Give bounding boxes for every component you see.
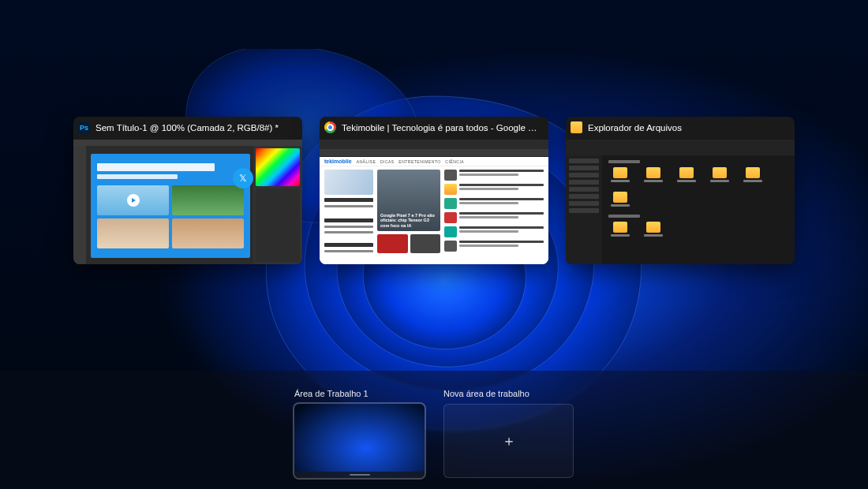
new-desktop-button[interactable]: ＋: [443, 404, 574, 478]
task-view-windows-row: Ps Sem Título-1 @ 100% (Camada 2, RGB/8#…: [0, 117, 868, 264]
window-card-photoshop[interactable]: Ps Sem Título-1 @ 100% (Camada 2, RGB/8#…: [73, 117, 302, 264]
hero-caption: Google Pixel 7 e 7 Pro são oficiais: chi…: [380, 213, 437, 228]
window-thumbnail: 𝕏: [73, 140, 302, 264]
window-titlebar: Explorador de Arquivos: [566, 117, 795, 140]
window-title-label: Sem Título-1 @ 100% (Camada 2, RGB/8#) *: [95, 123, 279, 133]
window-thumbnail: [566, 140, 795, 264]
site-logo: tekimobile: [324, 159, 352, 164]
plus-icon: ＋: [502, 431, 516, 450]
desktop-label: Área de Trabalho 1: [294, 389, 425, 398]
chrome-icon: [324, 121, 336, 133]
window-card-file-explorer[interactable]: Explorador de Arquivos: [566, 117, 795, 264]
window-card-chrome[interactable]: Tekimobile | Tecnologia é para todos - G…: [320, 117, 548, 264]
window-title-label: Explorador de Arquivos: [588, 123, 682, 133]
virtual-desktops-strip: Área de Trabalho 1 Nova área de trabalho…: [0, 371, 868, 489]
window-titlebar: Tekimobile | Tecnologia é para todos - G…: [320, 117, 548, 140]
taskbar-icon: [294, 472, 425, 478]
desktop-thumbnail-1[interactable]: [294, 404, 425, 478]
window-title-label: Tekimobile | Tecnologia é para todos - G…: [342, 123, 541, 133]
file-explorer-icon: [571, 121, 582, 133]
twitter-bird-icon: 𝕏: [233, 168, 253, 189]
photoshop-icon: Ps: [78, 121, 90, 133]
window-thumbnail: tekimobile ANÁLISE DICAS ENTRETENIMENTO …: [320, 140, 548, 264]
new-desktop-label: Nova área de trabalho: [443, 389, 574, 398]
window-titlebar: Ps Sem Título-1 @ 100% (Camada 2, RGB/8#…: [73, 117, 302, 140]
